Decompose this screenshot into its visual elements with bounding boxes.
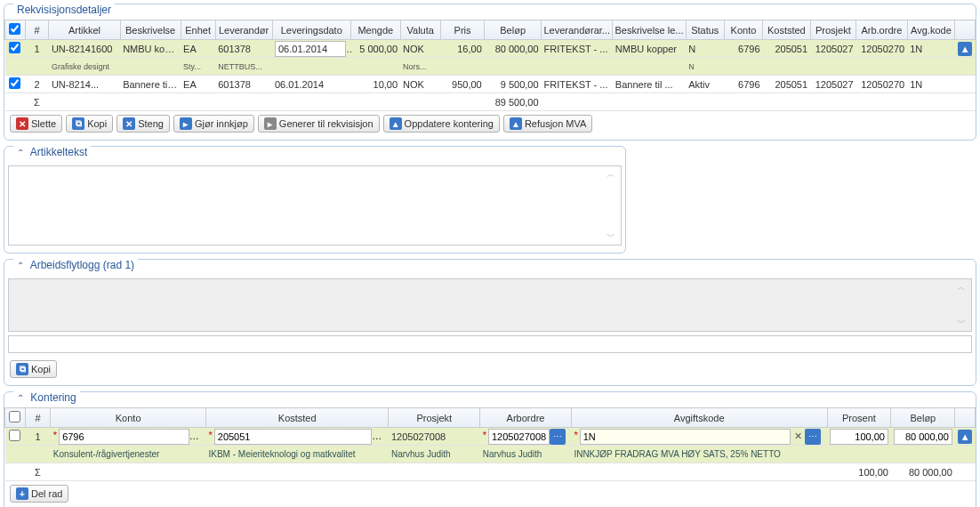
- header-belop[interactable]: Beløp: [485, 20, 542, 40]
- copy-button[interactable]: ⧉Kopi: [10, 360, 57, 378]
- scroll-up-icon[interactable]: ︿: [606, 168, 619, 181]
- table-row-sub: Konsulent-/rågivertjenester IKBM - Meier…: [5, 446, 976, 463]
- refund-icon: ▲: [510, 117, 522, 130]
- header-checkbox[interactable]: [5, 20, 26, 40]
- header-mengde[interactable]: Mengde: [351, 20, 401, 40]
- required-icon: *: [483, 430, 486, 440]
- accounting-table: # Konto Koststed Prosjekt Arbordre Avgif…: [4, 407, 976, 481]
- konto-input[interactable]: [59, 429, 189, 445]
- header-enhet[interactable]: Enhet: [181, 20, 215, 40]
- sum-prosent: 100,00: [827, 463, 891, 481]
- cell-konto: 6796: [724, 40, 762, 58]
- cell-arbordre: 12050270: [856, 40, 908, 58]
- scrollbar[interactable]: ︿ ﹀: [606, 168, 619, 243]
- cell-prosent: [827, 428, 891, 446]
- scrollbar[interactable]: ︿ ﹀: [957, 281, 969, 329]
- cell-valuta: NOK: [400, 40, 440, 58]
- clear-icon[interactable]: ✕: [791, 430, 805, 444]
- table-header-row: # Artikkel Beskrivelse Enhet Leverandør …: [5, 20, 976, 40]
- split-row-button[interactable]: +Del rad: [10, 485, 68, 503]
- row-action-icon[interactable]: ▲: [958, 430, 972, 444]
- header-koststed[interactable]: Koststed: [763, 20, 811, 40]
- collapse-icon[interactable]: ⌃: [17, 393, 28, 403]
- cell-beskle: Bannere til ...: [613, 76, 686, 93]
- cell-belop: 80 000,00: [485, 40, 542, 58]
- header-koststed[interactable]: Koststed: [205, 408, 388, 428]
- cell-valuta: NOK: [400, 76, 440, 93]
- date-input[interactable]: 06.01.2014: [275, 41, 346, 57]
- close-button[interactable]: ✕Steng: [116, 115, 170, 133]
- cell-koststed: 205051: [763, 76, 811, 93]
- cell-pris: 950,00: [440, 76, 484, 93]
- cell-beskrivelse: Bannere til ...: [120, 76, 181, 93]
- table-row[interactable]: 1 *⋯ *⋯ 1205027008 *⋯ *✕⋯ ▲: [5, 428, 976, 446]
- header-artikkel[interactable]: Artikkel: [49, 20, 120, 40]
- row-action-icon[interactable]: ▲: [958, 42, 972, 56]
- copy-button[interactable]: ⧉Kopi: [66, 115, 113, 133]
- header-levdato[interactable]: Leveringsdato: [272, 20, 351, 40]
- scroll-down-icon[interactable]: ﹀: [606, 230, 619, 243]
- header-belop[interactable]: Beløp: [891, 408, 955, 428]
- header-arbordre[interactable]: Arb.ordre: [856, 20, 908, 40]
- header-pris[interactable]: Pris: [440, 20, 484, 40]
- make-purchase-button[interactable]: ▸Gjør innkjøp: [173, 115, 254, 133]
- avgiftskode-input[interactable]: [580, 429, 791, 445]
- lookup-icon[interactable]: ⋯: [550, 429, 566, 445]
- row-checkbox[interactable]: [9, 430, 20, 441]
- header-avgiftskode[interactable]: Avgiftskode: [571, 408, 827, 428]
- refund-vat-button[interactable]: ▲Refusjon MVA: [503, 115, 593, 133]
- cell-leverandor: 601378: [215, 76, 272, 93]
- cell-prosjekt: 1205027008: [389, 428, 480, 446]
- add-icon: +: [16, 487, 28, 500]
- header-leverandor[interactable]: Leverandør: [215, 20, 272, 40]
- arbordre-input[interactable]: [488, 429, 550, 445]
- row-checkbox[interactable]: [9, 42, 20, 53]
- belop-input[interactable]: [894, 429, 952, 445]
- table-row[interactable]: 2 UN-8214... Bannere til ... EA 601378 0…: [5, 76, 976, 93]
- sum-row: Σ 89 500,00: [5, 93, 976, 111]
- header-num[interactable]: #: [25, 408, 51, 428]
- header-valuta[interactable]: Valuta: [400, 20, 440, 40]
- sigma-label: Σ: [25, 463, 51, 481]
- header-konto[interactable]: Konto: [724, 20, 762, 40]
- workflow-input[interactable]: [8, 335, 972, 353]
- article-text-panel: ⌃ Artikkeltekst ︿ ﹀: [4, 146, 626, 254]
- header-prosent[interactable]: Prosent: [827, 408, 891, 428]
- header-avgkode[interactable]: Avg.kode: [907, 20, 955, 40]
- collapse-icon[interactable]: ⌃: [17, 261, 28, 270]
- cell-mengde: 5 000,00: [351, 40, 401, 58]
- update-accounting-button[interactable]: ▲Oppdatere kontering: [383, 115, 500, 133]
- cell-prosjekt-sub: Narvhus Judith: [389, 446, 480, 463]
- select-all-checkbox[interactable]: [9, 411, 20, 422]
- header-num[interactable]: #: [25, 20, 49, 40]
- koststed-input[interactable]: [214, 429, 372, 445]
- header-konto[interactable]: Konto: [51, 408, 206, 428]
- scroll-up-icon[interactable]: ︿: [957, 281, 969, 294]
- header-status[interactable]: Status: [686, 20, 724, 40]
- cell-levdato: 06.01.2014📅: [272, 40, 351, 58]
- cell-avgkode: 1N: [907, 76, 955, 93]
- collapse-icon[interactable]: ⌃: [17, 148, 28, 157]
- cell-num: 1: [25, 428, 51, 446]
- header-prosjekt[interactable]: Prosjekt: [389, 408, 480, 428]
- header-levar[interactable]: Leverandørar...: [542, 20, 613, 40]
- delete-button[interactable]: ✕Slette: [10, 115, 62, 133]
- sum-belop: 80 000,00: [891, 463, 955, 481]
- select-all-checkbox[interactable]: [9, 23, 20, 35]
- lookup-icon[interactable]: ⋯: [805, 429, 821, 445]
- prosent-input[interactable]: [830, 429, 888, 445]
- header-beskrivelse[interactable]: Beskrivelse: [120, 20, 181, 40]
- header-prosjekt[interactable]: Prosjekt: [810, 20, 855, 40]
- cell-leverandor-sub: NETTBUS...: [215, 58, 272, 76]
- table-row[interactable]: 1 UN-82141600 NMBU kop... EA 601378 06.0…: [5, 40, 976, 58]
- cell-beskrivelse: NMBU kop...: [120, 40, 181, 58]
- cell-status: N: [686, 40, 724, 58]
- required-icon: *: [574, 430, 577, 440]
- purchase-icon: ▸: [180, 117, 192, 130]
- header-arbordre[interactable]: Arbordre: [480, 408, 572, 428]
- row-checkbox[interactable]: [9, 77, 20, 89]
- generate-requisition-button[interactable]: ▸Generer til rekvisisjon: [258, 115, 380, 133]
- header-beskle[interactable]: Beskrivelse le...: [613, 20, 686, 40]
- article-text-area[interactable]: ︿ ﹀: [8, 165, 622, 245]
- scroll-down-icon[interactable]: ﹀: [957, 317, 969, 329]
